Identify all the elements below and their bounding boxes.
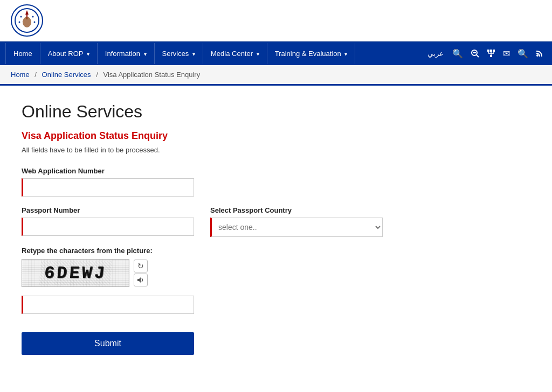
svg-point-6 <box>32 16 34 18</box>
passport-number-label: Passport Number <box>22 206 194 214</box>
search-button[interactable]: 🔍 <box>514 44 532 63</box>
nav-item-media-center[interactable]: Media Center ▾ <box>203 43 267 64</box>
zoom-in-button[interactable]: 🔍 <box>449 44 466 63</box>
captcha-audio-button[interactable] <box>134 274 148 286</box>
email-button[interactable]: ✉ <box>500 44 513 63</box>
nav-item-services[interactable]: Services ▾ <box>155 43 203 64</box>
about-rop-arrow: ▾ <box>87 51 89 57</box>
web-app-number-input[interactable] <box>22 178 194 197</box>
passport-country-select[interactable]: select one.. <box>210 218 383 237</box>
training-arrow: ▾ <box>344 51 347 57</box>
information-arrow: ▾ <box>144 51 147 57</box>
captcha-label: Retype the characters from the picture: <box>22 247 464 255</box>
services-arrow: ▾ <box>192 51 195 57</box>
nav-item-training[interactable]: Training & Evaluation ▾ <box>267 43 356 64</box>
svg-rect-15 <box>490 55 492 57</box>
form-subtitle: Visa Application Status Enquiry <box>22 130 464 142</box>
svg-point-7 <box>19 22 20 23</box>
breadcrumb: Home / Online Services / Visa Applicatio… <box>0 65 552 86</box>
svg-rect-12 <box>487 50 489 52</box>
breadcrumb-sep-2: / <box>96 71 98 79</box>
page-title: Online Services <box>22 102 464 122</box>
nav-item-about-rop[interactable]: About ROP ▾ <box>40 43 98 64</box>
nav-link-home[interactable]: Home <box>5 43 40 64</box>
passport-country-label: Select Passport Country <box>210 206 383 214</box>
nav-link-media-center[interactable]: Media Center ▾ <box>203 43 267 64</box>
web-app-number-label: Web Application Number <box>22 167 464 175</box>
rss-icon <box>536 50 543 57</box>
audio-icon <box>137 277 144 283</box>
svg-line-11 <box>477 55 479 57</box>
nav-link-services[interactable]: Services ▾ <box>155 43 203 64</box>
svg-rect-13 <box>490 50 492 52</box>
svg-rect-14 <box>493 50 495 52</box>
breadcrumb-current: Visa Application Status Enquiry <box>103 71 200 79</box>
nav-item-information[interactable]: Information ▾ <box>98 43 155 64</box>
arabic-label[interactable]: عربي <box>422 50 449 58</box>
nav-link-training[interactable]: Training & Evaluation ▾ <box>267 43 356 64</box>
rss-button[interactable] <box>533 45 547 61</box>
captcha-input[interactable] <box>22 296 194 314</box>
passport-country-field-group: Select Passport Country select one.. <box>210 206 383 237</box>
sitemap-icon <box>487 49 495 58</box>
nav-item-home[interactable]: Home <box>5 43 40 64</box>
logo-circle <box>11 4 43 37</box>
web-app-number-field-group: Web Application Number <box>22 167 464 197</box>
main-content: Online Services Visa Application Status … <box>0 86 485 371</box>
captcha-display-text: 6DEWJ <box>39 261 112 285</box>
passport-number-field-group: Passport Number <box>22 206 194 237</box>
media-center-arrow: ▾ <box>257 51 259 57</box>
web-app-number-section: Web Application Number <box>22 167 464 197</box>
top-bar <box>0 0 552 41</box>
svg-marker-1 <box>25 10 29 15</box>
nav-bar: Home About ROP ▾ Information ▾ Services … <box>0 41 552 65</box>
sitemap-button[interactable] <box>484 45 499 62</box>
breadcrumb-home-link[interactable]: Home <box>11 71 30 79</box>
svg-point-5 <box>20 16 22 18</box>
captcha-refresh-button[interactable]: ↻ <box>134 260 148 272</box>
breadcrumb-sep-1: / <box>34 71 37 79</box>
captcha-icons: ↻ <box>134 260 148 286</box>
nav-items: Home About ROP ▾ Information ▾ Services … <box>5 43 422 64</box>
captcha-image: 6DEWJ <box>22 259 129 287</box>
captcha-section: Retype the characters from the picture: … <box>22 247 464 314</box>
passport-row: Passport Number Select Passport Country … <box>22 206 464 237</box>
logo-area <box>11 4 43 37</box>
zoom-out-button[interactable] <box>467 45 482 62</box>
captcha-container: 6DEWJ ↻ <box>22 259 464 287</box>
nav-link-information[interactable]: Information ▾ <box>98 43 155 64</box>
logo-emblem <box>13 7 40 34</box>
submit-button[interactable]: Submit <box>22 332 194 355</box>
zoom-out-icon <box>471 49 479 58</box>
breadcrumb-online-services-link[interactable]: Online Services <box>42 71 91 79</box>
nav-link-about-rop[interactable]: About ROP ▾ <box>40 43 98 64</box>
form-note: All fields have to be filled in to be pr… <box>22 146 464 154</box>
nav-icons: 🔍 ✉ 🔍 <box>449 44 547 63</box>
passport-number-input[interactable] <box>22 218 194 236</box>
svg-point-21 <box>536 54 539 57</box>
svg-point-8 <box>34 22 36 23</box>
svg-marker-22 <box>137 277 141 283</box>
